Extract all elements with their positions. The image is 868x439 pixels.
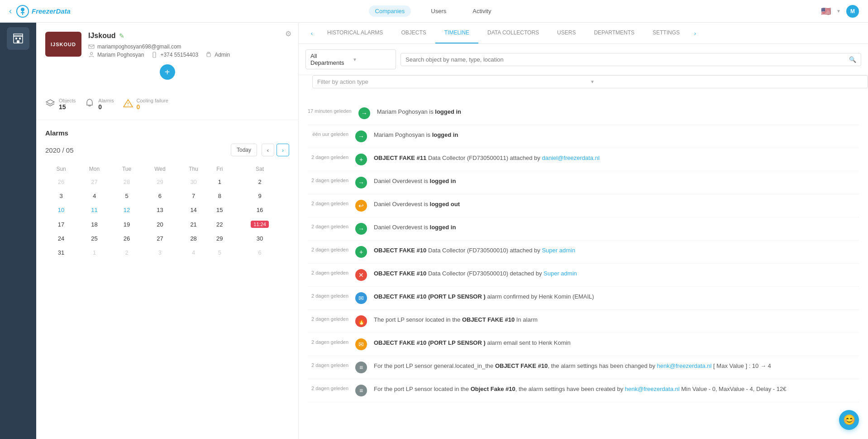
layers-icon (45, 98, 55, 108)
nav-users[interactable]: Users (424, 5, 453, 17)
calendar-cell[interactable]: 11:24 (230, 217, 289, 232)
calendar-cell[interactable]: 21 (178, 217, 209, 232)
timeline-item: 2 dagen geleden✉OBJECT FAKE #10 (PORT LP… (308, 287, 859, 310)
calendar-grid: Sun Mon Tue Wed Thu Fri Sat 262728293012… (45, 163, 289, 260)
company-phone: +374 55154403 (160, 52, 198, 58)
calendar-cell[interactable]: 5 (112, 189, 142, 203)
tabs-prev-arrow[interactable]: ‹ (305, 27, 318, 39)
next-month-button[interactable]: › (277, 144, 289, 156)
flag-dropdown-icon[interactable]: ▼ (836, 9, 841, 14)
today-button[interactable]: Today (231, 144, 257, 156)
tab-historical-alarms[interactable]: HISTORICAL ALARMS (318, 23, 392, 43)
calendar-cell[interactable]: 17 (45, 217, 77, 232)
calendar-cell[interactable]: 29 (209, 232, 231, 246)
stat-objects: Objects 15 (45, 98, 76, 111)
timeline-time: 2 dagen geleden (308, 177, 348, 183)
sidebar-item-company[interactable] (7, 27, 29, 50)
calendar-cell[interactable]: 29 (142, 175, 178, 189)
action-filter[interactable]: Filter by action type ▼ (312, 75, 868, 88)
timeline-text: OBJECT FAKE #10 Data Collector (FD730500… (374, 269, 859, 278)
objects-icon (45, 98, 55, 111)
tabs-next-arrow[interactable]: › (689, 27, 701, 39)
calendar-cell[interactable]: 9 (230, 189, 289, 203)
flag-icon[interactable]: 🇺🇸 (821, 6, 831, 16)
calendar-cell[interactable]: 15 (209, 203, 231, 217)
nav-activity[interactable]: Activity (466, 5, 497, 17)
login-timeline-icon: → (355, 130, 367, 142)
calendar-cell[interactable]: 10 (45, 203, 77, 217)
calendar-cell[interactable]: 11 (77, 203, 112, 217)
calendar-cell[interactable]: 16 (230, 203, 289, 217)
alarm-timeline-icon: ✉ (355, 292, 367, 304)
alarms-label: Alarms (98, 98, 114, 103)
calendar-cell[interactable]: 7 (178, 189, 209, 203)
day-mon: Mon (77, 163, 112, 175)
timeline-item: 2 dagen geleden🔥The port LP sensor locat… (308, 310, 859, 333)
search-input[interactable] (405, 56, 845, 63)
calendar-cell[interactable]: 25 (77, 232, 112, 246)
tab-data-collectors[interactable]: DATA COLLECTORS (478, 23, 548, 43)
prev-month-button[interactable]: ‹ (262, 144, 274, 156)
tab-departments[interactable]: DEPARTMENTS (585, 23, 644, 43)
calendar-cell[interactable]: 30 (230, 232, 289, 246)
calendar-cell[interactable]: 1 (77, 246, 112, 260)
calendar-cell[interactable]: 19 (112, 217, 142, 232)
login-timeline-icon: → (355, 223, 367, 235)
calendar-cell[interactable]: 4 (77, 189, 112, 203)
fire-timeline-icon: 🔥 (355, 315, 367, 327)
svg-point-1 (21, 8, 24, 11)
person-icon (88, 52, 95, 58)
calendar-cell[interactable]: 27 (142, 232, 178, 246)
calendar-cell[interactable]: 30 (178, 175, 209, 189)
calendar-cell[interactable]: 2 (230, 175, 289, 189)
tab-settings[interactable]: SETTINGS (644, 23, 689, 43)
user-avatar[interactable]: M (846, 5, 859, 18)
add-button[interactable]: + (160, 64, 175, 80)
calendar-cell[interactable]: 28 (112, 175, 142, 189)
calendar-cell[interactable]: 4 (178, 246, 209, 260)
calendar-cell[interactable]: 5 (209, 246, 231, 260)
calendar-cell[interactable]: 3 (45, 189, 77, 203)
company-header: ⚙ IJSKOUD IJskoud ✎ mariampoghosyan698@g… (36, 23, 298, 93)
calendar-cell[interactable]: 31 (45, 246, 77, 260)
edit-icon[interactable]: ✎ (119, 32, 124, 39)
timeline-time: één uur geleden (308, 130, 348, 137)
settings-icon[interactable]: ⚙ (285, 29, 291, 38)
timeline-item: 17 minuten geleden→Mariam Poghosyan is l… (308, 102, 859, 125)
timeline-time: 2 dagen geleden (308, 154, 348, 160)
timeline-time: 2 dagen geleden (308, 200, 348, 206)
calendar-cell[interactable]: 8 (209, 189, 231, 203)
calendar-cell[interactable]: 22 (209, 217, 231, 232)
tab-users[interactable]: USERS (548, 23, 585, 43)
attach-timeline-icon: + (355, 154, 367, 165)
calendar-cell[interactable]: 18 (77, 217, 112, 232)
tab-timeline[interactable]: TIMELINE (435, 23, 478, 43)
calendar-cell[interactable]: 6 (230, 246, 289, 260)
calendar-cell[interactable]: 6 (142, 189, 178, 203)
chat-button[interactable]: 😊 (839, 410, 859, 430)
calendar-cell[interactable]: 12 (112, 203, 142, 217)
timeline-item: 2 dagen geleden+OBJECT FAKE #10 Data Col… (308, 241, 859, 264)
calendar-cell[interactable]: 20 (142, 217, 178, 232)
calendar-cell[interactable]: 24 (45, 232, 77, 246)
calendar-cell[interactable]: 13 (142, 203, 178, 217)
calendar-cell[interactable]: 27 (77, 175, 112, 189)
timeline-item: 2 dagen geleden→Daniel Overdevest is log… (308, 171, 859, 194)
calendar-cell[interactable]: 2 (112, 246, 142, 260)
timeline-time: 17 minuten geleden (308, 107, 352, 114)
company-contact: Mariam Poghosyan (97, 52, 144, 58)
calendar-cell[interactable]: 26 (45, 175, 77, 189)
back-button[interactable]: ‹ (9, 6, 12, 16)
tab-objects[interactable]: OBJECTS (392, 23, 435, 43)
department-select[interactable]: All Departments ▼ (305, 49, 396, 69)
timeline-item: één uur geleden→Mariam Poghosyan is logg… (308, 125, 859, 148)
calendar-cell[interactable]: 26 (112, 232, 142, 246)
calendar-cell[interactable]: 1 (209, 175, 231, 189)
calendar-cell[interactable]: 3 (142, 246, 178, 260)
timeline-time: 2 dagen geleden (308, 315, 348, 322)
dept-chevron-icon: ▼ (353, 57, 391, 62)
nav-companies[interactable]: Companies (369, 5, 411, 17)
calendar-cell[interactable]: 14 (178, 203, 209, 217)
objects-stat-text: Objects 15 (59, 98, 76, 111)
calendar-cell[interactable]: 28 (178, 232, 209, 246)
